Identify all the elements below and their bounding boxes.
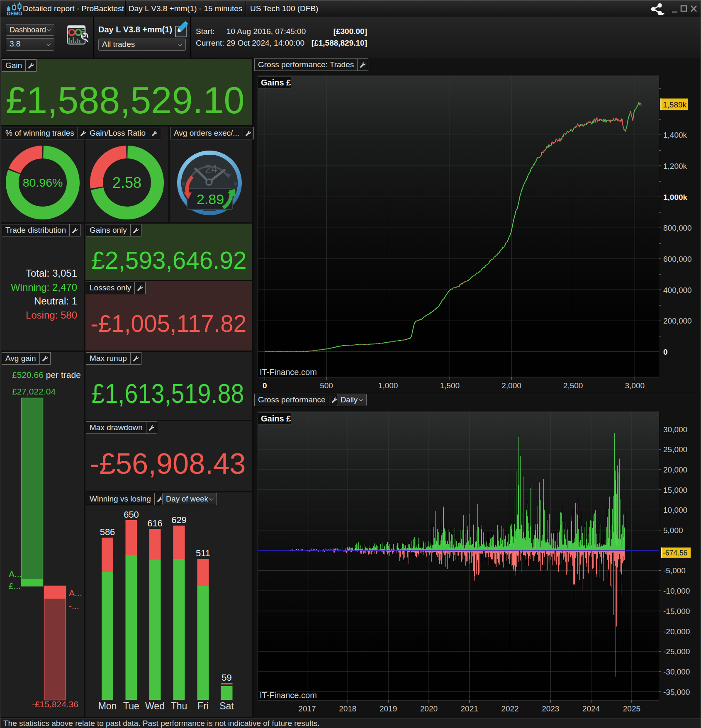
svg-text:2.58: 2.58: [112, 174, 141, 191]
svg-text:10,000: 10,000: [663, 506, 687, 514]
svg-text:0: 0: [663, 348, 668, 356]
svg-text:-...: -...: [69, 601, 79, 611]
svg-text:1,000: 1,000: [378, 381, 398, 390]
svg-text:A...: A...: [69, 588, 82, 598]
svg-text:DEMO: DEMO: [7, 11, 22, 16]
svg-text:511: 511: [196, 548, 210, 558]
svg-text:Gains £: Gains £: [261, 78, 291, 87]
svg-text:£...: £...: [9, 581, 21, 591]
svg-text:2021: 2021: [461, 704, 478, 713]
svg-text:IT-Finance.com: IT-Finance.com: [260, 368, 317, 377]
svg-text:2022: 2022: [501, 704, 518, 713]
svg-text:2,500: 2,500: [563, 381, 583, 390]
svg-text:2018: 2018: [339, 704, 356, 713]
svg-text:1,200k: 1,200k: [663, 162, 687, 170]
svg-text:Fri: Fri: [197, 701, 209, 711]
svg-text:2020: 2020: [420, 704, 438, 713]
svg-text:2019: 2019: [380, 704, 397, 713]
svg-text:400,000: 400,000: [663, 286, 692, 295]
svg-text:500: 500: [320, 381, 333, 390]
svg-text:600,000: 600,000: [663, 255, 692, 263]
svg-text:20,000: 20,000: [663, 465, 687, 474]
svg-text:2024: 2024: [582, 704, 600, 713]
svg-text:586: 586: [100, 527, 115, 537]
svg-text:1,400k: 1,400k: [663, 131, 687, 139]
svg-text:2,000: 2,000: [501, 381, 521, 390]
svg-text:2.89: 2.89: [197, 191, 224, 207]
svg-text:1,589k: 1,589k: [663, 100, 687, 109]
svg-text:25,000: 25,000: [663, 445, 687, 454]
svg-text:80.96%: 80.96%: [23, 176, 63, 189]
svg-text:200,000: 200,000: [663, 317, 692, 325]
svg-text:629: 629: [171, 515, 187, 525]
svg-text:-5,000: -5,000: [663, 566, 686, 575]
svg-text:1,000k: 1,000k: [663, 193, 688, 202]
svg-text:Wed: Wed: [145, 701, 165, 711]
svg-text:650: 650: [124, 509, 139, 520]
svg-text:1,500: 1,500: [440, 381, 460, 390]
svg-text:-10,000: -10,000: [663, 587, 690, 595]
svg-text:2017: 2017: [298, 704, 316, 713]
svg-text:Tue: Tue: [123, 701, 139, 711]
svg-text:Gains £: Gains £: [261, 414, 291, 423]
svg-text:2023: 2023: [542, 704, 559, 713]
svg-text:-25,000: -25,000: [663, 647, 690, 656]
svg-text:15,000: 15,000: [663, 486, 687, 494]
svg-text:Mon: Mon: [98, 701, 117, 711]
svg-text:Thu: Thu: [171, 701, 187, 711]
svg-text:24: 24: [205, 163, 217, 175]
svg-text:5,000: 5,000: [663, 526, 683, 535]
svg-text:-30,000: -30,000: [663, 667, 690, 676]
svg-text:30,000: 30,000: [663, 425, 687, 434]
svg-text:-674.56: -674.56: [663, 549, 687, 557]
svg-text:3,000: 3,000: [625, 381, 645, 390]
svg-text:-20,000: -20,000: [663, 627, 690, 636]
svg-text:A...: A...: [9, 569, 22, 579]
svg-text:0: 0: [263, 381, 267, 390]
svg-text:616: 616: [147, 518, 163, 528]
svg-text:800,000: 800,000: [663, 224, 692, 232]
svg-text:-35,000: -35,000: [663, 688, 690, 696]
svg-text:-£15,824.36: -£15,824.36: [32, 699, 78, 709]
svg-text:2025: 2025: [623, 704, 640, 713]
svg-text:-15,000: -15,000: [663, 607, 690, 616]
svg-text:59: 59: [221, 672, 231, 683]
svg-text:Sat: Sat: [219, 701, 234, 711]
svg-text:IT-Finance.com: IT-Finance.com: [260, 691, 317, 700]
